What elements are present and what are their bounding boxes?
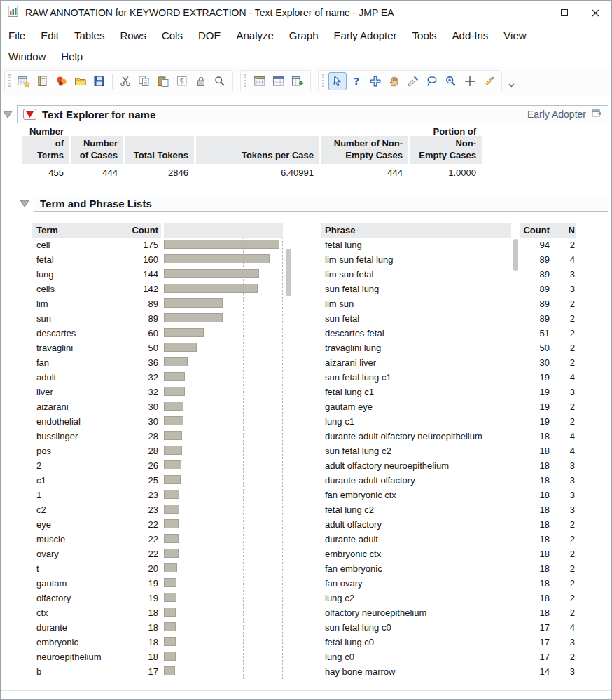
cut-icon[interactable] bbox=[116, 72, 134, 90]
new-column-icon[interactable] bbox=[288, 72, 307, 90]
menu-item-analyze[interactable]: Analyze bbox=[228, 29, 281, 41]
term-list-scrollbar[interactable] bbox=[286, 238, 291, 679]
phrase-row[interactable]: descartes fetal512 bbox=[321, 326, 578, 341]
phrase-row[interactable]: lung c0172 bbox=[321, 650, 578, 664]
crosshair-tool-icon[interactable] bbox=[461, 72, 479, 90]
phrase-row[interactable]: olfactory neuroepithelium182 bbox=[321, 605, 578, 620]
term-row[interactable]: 226 bbox=[32, 458, 293, 473]
phrase-row[interactable]: fetal lung942 bbox=[321, 238, 578, 252]
term-row[interactable]: adult32 bbox=[32, 370, 293, 385]
new-data-table-icon[interactable] bbox=[15, 72, 33, 90]
term-row[interactable]: b17 bbox=[32, 664, 293, 679]
data-table-icon[interactable] bbox=[251, 72, 269, 90]
paste-icon[interactable] bbox=[154, 72, 172, 90]
selection-tool-icon[interactable] bbox=[366, 72, 384, 90]
term-row[interactable]: muscle22 bbox=[32, 532, 293, 547]
menu-item-tables[interactable]: Tables bbox=[67, 29, 112, 41]
grabber-tool-icon[interactable] bbox=[385, 72, 403, 90]
menu-item-rows[interactable]: Rows bbox=[112, 29, 154, 41]
phrase-row[interactable]: hay bone marrow143 bbox=[321, 664, 578, 679]
phrase-row[interactable]: fan embryonic ctx183 bbox=[321, 488, 578, 502]
term-row[interactable]: eye22 bbox=[32, 517, 293, 532]
magnifier-tool-icon[interactable] bbox=[442, 72, 460, 90]
help-tool-icon[interactable]: ? bbox=[347, 72, 366, 90]
term-row[interactable]: ctx18 bbox=[32, 605, 293, 620]
term-row[interactable]: cells142 bbox=[32, 282, 293, 296]
lasso-tool-icon[interactable] bbox=[423, 72, 441, 90]
new-journal-icon[interactable] bbox=[34, 72, 52, 90]
toolbar-gripper[interactable] bbox=[244, 74, 246, 88]
term-row[interactable]: cell175 bbox=[32, 238, 293, 252]
menu-item-doe[interactable]: DOE bbox=[190, 29, 229, 41]
phrase-row[interactable]: lung c1192 bbox=[321, 414, 578, 429]
phrase-n-column-header[interactable]: N bbox=[551, 223, 576, 238]
term-row[interactable]: 123 bbox=[32, 488, 293, 502]
open-icon[interactable] bbox=[71, 72, 90, 90]
brush-tool-icon[interactable] bbox=[404, 72, 422, 90]
term-row[interactable]: fetal160 bbox=[32, 252, 293, 267]
term-row[interactable]: fan36 bbox=[32, 355, 293, 370]
term-row[interactable]: c223 bbox=[32, 502, 293, 517]
menu-item-cols[interactable]: Cols bbox=[154, 29, 190, 41]
term-row[interactable]: aizarani30 bbox=[32, 399, 293, 414]
home-window-icon[interactable] bbox=[53, 72, 71, 90]
disclosure-triangle-icon[interactable] bbox=[3, 110, 13, 118]
phrase-row[interactable]: adult olfactory neuroepithelium183 bbox=[321, 458, 578, 473]
search-icon[interactable] bbox=[211, 72, 229, 90]
term-row[interactable]: durante18 bbox=[32, 620, 293, 635]
term-row[interactable]: pos28 bbox=[32, 444, 293, 458]
phrase-row[interactable]: sun fetal lung c1194 bbox=[321, 370, 578, 385]
phrase-row[interactable]: sun fetal892 bbox=[321, 311, 578, 326]
copy-icon[interactable] bbox=[135, 72, 153, 90]
phrase-row[interactable]: fan embryonic182 bbox=[321, 561, 578, 576]
scrollbar-thumb[interactable] bbox=[513, 239, 518, 271]
term-row[interactable]: endothelial30 bbox=[32, 414, 293, 429]
term-row[interactable]: lim89 bbox=[32, 296, 293, 311]
menu-item-view[interactable]: View bbox=[496, 29, 534, 41]
column-info-icon[interactable] bbox=[270, 72, 288, 90]
menu-item-edit[interactable]: Edit bbox=[33, 29, 67, 41]
script-icon[interactable]: $ bbox=[173, 72, 191, 90]
term-row[interactable]: gautam19 bbox=[32, 576, 293, 591]
term-row[interactable]: lung144 bbox=[32, 267, 293, 282]
term-row[interactable]: c125 bbox=[32, 473, 293, 488]
term-count-column-header[interactable]: Count bbox=[118, 223, 161, 238]
term-row[interactable]: descartes60 bbox=[32, 326, 293, 341]
toolbar-gripper[interactable] bbox=[322, 74, 324, 88]
menu-item-early-adopter[interactable]: Early Adopter bbox=[326, 29, 405, 41]
term-column-header[interactable]: Term bbox=[32, 223, 118, 238]
term-row[interactable]: t20 bbox=[32, 561, 293, 576]
term-row[interactable]: liver32 bbox=[32, 385, 293, 399]
maximize-button[interactable] bbox=[548, 1, 580, 25]
term-row[interactable]: ovary22 bbox=[32, 547, 293, 561]
arrow-tool-icon[interactable] bbox=[328, 72, 347, 90]
phrase-row[interactable]: sun fetal lung c2184 bbox=[321, 444, 578, 458]
phrase-row[interactable]: durante adult182 bbox=[321, 532, 578, 547]
phrase-row[interactable]: fetal lung c0173 bbox=[321, 635, 578, 650]
phrase-list-scrollbar[interactable] bbox=[513, 238, 518, 679]
phrase-column-header[interactable]: Phrase bbox=[321, 223, 511, 238]
phrase-row[interactable]: lim sun fetal893 bbox=[321, 267, 578, 282]
save-icon[interactable] bbox=[90, 72, 109, 90]
phrase-row[interactable]: travaglini lung502 bbox=[321, 341, 578, 355]
phrase-row[interactable]: lim sun892 bbox=[321, 296, 578, 311]
phrase-row[interactable]: lung c2182 bbox=[321, 591, 578, 605]
term-row[interactable]: olfactory19 bbox=[32, 591, 293, 605]
phrase-row[interactable]: aizarani liver302 bbox=[321, 355, 578, 370]
menu-item-tools[interactable]: Tools bbox=[405, 29, 445, 41]
phrase-row[interactable]: durante adult olfactory183 bbox=[321, 473, 578, 488]
toolbar-overflow-chevron[interactable] bbox=[508, 78, 518, 95]
term-row[interactable]: embryonic18 bbox=[32, 635, 293, 650]
scrollbar-thumb[interactable] bbox=[286, 249, 291, 296]
term-row[interactable]: sun89 bbox=[32, 311, 293, 326]
phrase-count-column-header[interactable]: Count bbox=[520, 223, 551, 238]
phrase-row[interactable]: sun fetal lung893 bbox=[321, 282, 578, 296]
phrase-row[interactable]: adult olfactory182 bbox=[321, 517, 578, 532]
term-row[interactable]: neuroepithelium18 bbox=[32, 650, 293, 664]
phrase-row[interactable]: gautam eye192 bbox=[321, 399, 578, 414]
toolbar-gripper[interactable] bbox=[8, 74, 11, 88]
menu-item-file[interactable]: File bbox=[1, 29, 33, 41]
lock-icon[interactable] bbox=[192, 72, 210, 90]
term-row[interactable]: busslinger28 bbox=[32, 429, 293, 444]
menu-item-help[interactable]: Help bbox=[53, 50, 90, 62]
